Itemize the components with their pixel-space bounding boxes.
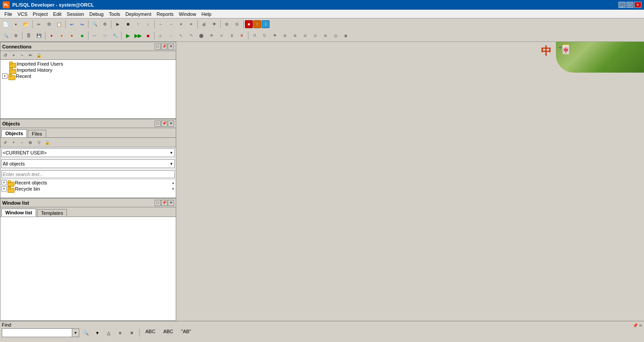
find-pin-btn[interactable]: 📌 [633,323,638,328]
tb-btn-a[interactable]: 🔍 [90,19,100,29]
tree-item-recycle-bin[interactable]: + Recycle bin ▼ [0,186,176,192]
menu-help[interactable]: Help [199,11,214,18]
menu-debug[interactable]: Debug [87,11,106,18]
find-options-btn[interactable]: ≡ [115,328,125,337]
tb-btn-e[interactable]: ↑ [133,19,143,29]
tb-btn-m[interactable]: ⊞ [222,19,232,29]
tb2-btn-c[interactable]: 🗄 [24,31,33,40]
more-debug-6[interactable]: ⊘ [300,31,310,40]
menu-file[interactable]: File [2,11,15,18]
tb-btn-b[interactable]: ⚙ [100,19,110,29]
abort[interactable]: ✕ [237,31,247,40]
info-button[interactable]: i [262,20,270,28]
menu-vcs[interactable]: VCS [15,11,30,18]
find-search-btn[interactable]: 🔍 [81,328,91,337]
new-button[interactable]: 📄 [1,19,11,29]
tb2-btn-h[interactable]: ◆ [77,31,87,40]
expand-icon[interactable]: + [1,180,7,185]
step-into[interactable]: ↙ [156,31,166,40]
objects-close-btn[interactable]: ✕ [168,121,174,127]
connections-pin-btn[interactable]: 📌 [161,44,167,50]
obj-remove-btn[interactable]: − [18,139,26,146]
tb-btn-n[interactable]: ⊟ [232,19,242,29]
tree-item-imported-history[interactable]: Imported History [1,67,175,73]
find-clear-btn[interactable]: ✕ [127,328,137,337]
maximize-button[interactable]: □ [626,2,633,8]
run-to[interactable]: ↷ [186,31,196,40]
find-next-btn[interactable]: △ [104,328,114,337]
more-debug-9[interactable]: ◎ [331,31,341,40]
wl-pin-btn[interactable]: 📌 [161,200,167,206]
menu-deployment[interactable]: Deployment [123,11,154,18]
pause[interactable]: ⏸ [227,31,237,40]
more-debug-3[interactable]: ⚑ [270,31,280,40]
more-debug-4[interactable]: ⊕ [280,31,290,40]
conn-refresh-btn[interactable]: ↺ [1,52,9,59]
obj-refresh-btn[interactable]: ↺ [1,139,9,146]
watch[interactable]: 👁 [207,31,216,40]
tab-templates[interactable]: Templates [37,209,67,217]
step-over[interactable]: → [166,31,176,40]
menu-window[interactable]: Window [176,11,199,18]
connections-close-btn[interactable]: ✕ [168,44,174,50]
tb-btn-f[interactable]: ↓ [143,19,153,29]
more-debug-8[interactable]: ⊛ [321,31,330,40]
cut-button[interactable]: ✂ [34,19,44,29]
scroll-down-icon[interactable]: ▼ [171,187,175,191]
close-button[interactable]: ✕ [634,2,641,8]
undo-button[interactable]: ↩ [67,19,77,29]
more-debug-5[interactable]: ⊗ [290,31,300,40]
obj-filter-btn[interactable]: ▽ [35,139,43,146]
new-dropdown[interactable]: ▼ [11,19,21,29]
step-out[interactable]: ↖ [176,31,186,40]
conn-edit-btn[interactable]: ✏ [26,52,34,59]
eval[interactable]: ≡ [217,31,226,40]
tab-files[interactable]: Files [28,130,46,137]
conn-add-btn[interactable]: + [10,52,18,59]
expand-icon[interactable]: + [1,186,7,191]
find-close-btn[interactable]: ✕ [639,323,642,328]
menu-tools[interactable]: Tools [106,11,123,18]
menu-reports[interactable]: Reports [154,11,177,18]
objects-pin-btn[interactable]: 📌 [161,121,167,127]
run-all-button[interactable]: ▶▶ [133,31,143,40]
find-ab-btn[interactable]: "AB" [178,328,194,337]
stop-button[interactable]: ■ [245,20,253,28]
tab-window-list[interactable]: Window list [1,209,36,217]
obj-add-btn[interactable]: + [10,139,18,146]
current-user-select[interactable]: <CURRENT USER> [1,148,175,157]
menu-edit[interactable]: Edit [51,11,64,18]
more-debug-2[interactable]: ↻ [260,31,270,40]
scroll-up-icon[interactable]: ▲ [171,181,175,185]
tree-item-recent-objects[interactable]: + Recent objects ▲ [0,180,176,186]
find-abc-btn[interactable]: ABC [142,328,159,337]
stop-run-button[interactable]: ■ [143,31,153,40]
connections-restore-btn[interactable]: □ [155,44,161,50]
tb2-btn-b[interactable]: ⚙ [11,31,21,40]
conn-remove-btn[interactable]: − [18,52,26,59]
run-button[interactable]: ▶ [123,31,133,40]
all-objects-select[interactable]: All objects [1,159,175,168]
more-debug-1[interactable]: ↺ [250,31,259,40]
find-input[interactable] [2,328,72,337]
tree-item-imported-fixed-users[interactable]: Imported Fixed Users [1,61,175,67]
more-debug-10[interactable]: ◉ [341,31,351,40]
tb-btn-k[interactable]: 🖨 [199,19,209,29]
tab-objects[interactable]: Objects [1,129,27,137]
obj-group-btn[interactable]: ⊞ [26,139,34,146]
tb2-btn-g[interactable]: ● [67,31,77,40]
breakpoint[interactable]: ⬤ [196,31,206,40]
objects-search-input[interactable] [1,170,175,178]
tb-btn-j[interactable]: ≡ [186,19,196,29]
tb2-btn-e[interactable]: ● [47,31,56,40]
wl-restore-btn[interactable]: □ [155,200,161,206]
redo-button[interactable]: ↪ [77,19,87,29]
copy-button[interactable]: ⧉ [44,19,54,29]
minimize-button[interactable]: _ [618,2,625,8]
conn-lock-btn[interactable]: 🔒 [35,52,43,59]
tb2-redo[interactable]: ↪ [100,31,110,40]
tb-btn-i[interactable]: ≡ [176,19,186,29]
menu-session[interactable]: Session [64,11,87,18]
obj-lock-btn[interactable]: 🔒 [43,139,51,146]
tb-btn-d[interactable]: ⏹ [123,19,133,29]
